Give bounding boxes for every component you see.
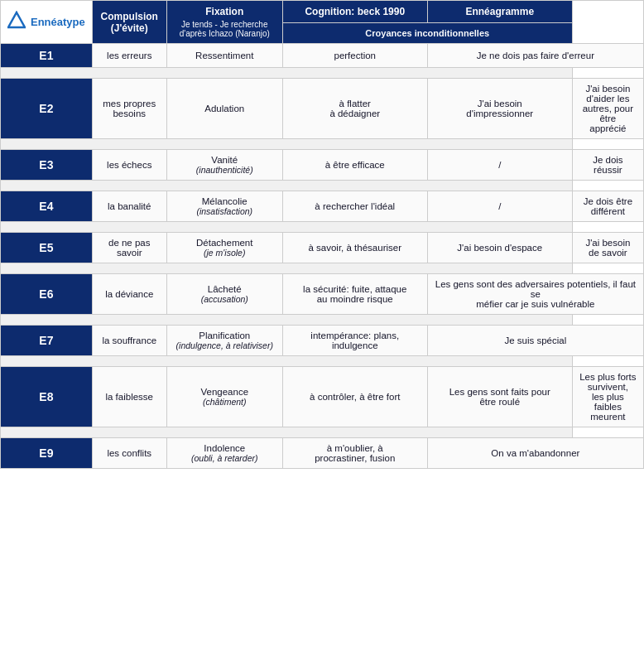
- logo-cell: Ennéatype: [1, 1, 93, 44]
- enneaype-number: E3: [1, 150, 93, 181]
- fixation-name: Mélancolie: [202, 196, 248, 206]
- compulsion-cell: la souffrance: [92, 326, 166, 356]
- fixation-cell: Indolence(oubli, à retarder): [166, 438, 282, 469]
- fixation-name: Vanité: [211, 155, 238, 165]
- compulsion-cell: les conflits: [92, 438, 166, 469]
- fixation-sub: (accusation): [201, 294, 248, 304]
- recherche-cell: à rechercher l'idéal: [282, 191, 427, 222]
- fixation-cell: Mélancolie(insatisfaction): [166, 191, 282, 222]
- table-row: E2mes propres besoinsAdulationà flatter …: [1, 79, 644, 139]
- table-row: E6la dévianceLâcheté(accusation)la sécur…: [1, 274, 644, 315]
- cognition-cell: /: [427, 191, 572, 222]
- fixation-name: Indolence: [204, 443, 245, 453]
- cognition-cell: Les gens sont faits pour être roulé: [427, 367, 572, 427]
- fixation-sub: (indulgence, à relativiser): [176, 340, 273, 350]
- recherche-cell: à être efficace: [282, 150, 427, 181]
- enneaype-number: E7: [1, 326, 93, 356]
- logo-icon: [7, 11, 26, 33]
- compulsion-cell: la banalité: [92, 191, 166, 222]
- enneaype-number: E8: [1, 367, 93, 427]
- croyance-cell: J'ai besoin de savoir: [572, 233, 643, 263]
- fixation-cell: Lâcheté(accusation): [166, 274, 282, 315]
- logo-text: Ennéatype: [31, 16, 85, 28]
- recherche-cell: à savoir, à thésauriser: [282, 233, 427, 263]
- cognition-cell: /: [427, 150, 572, 181]
- compulsion-cell: les échecs: [92, 150, 166, 181]
- cognition-cell: On va m'abandonner: [427, 438, 643, 469]
- col-croyances: Croyances inconditionnelles: [282, 23, 572, 44]
- table-row: E9les conflitsIndolence(oubli, à retarde…: [1, 438, 644, 469]
- fixation-title: Fixation: [174, 6, 276, 17]
- table-row: E1les erreursRessentimentperfectionJe ne…: [1, 44, 644, 68]
- col-compulsion: Compulsion (J'évite): [92, 1, 166, 44]
- recherche-cell: perfection: [282, 44, 427, 68]
- croyance-cell: Je dois réussir: [572, 150, 643, 181]
- croyance-cell: Les plus forts survivent, les plus faibl…: [572, 367, 643, 427]
- fixation-cell: Vengeance(châtiment): [166, 367, 282, 427]
- fixation-name: Adulation: [204, 104, 244, 113]
- recherche-cell: à contrôler, à être fort: [282, 367, 427, 427]
- compulsion-cell: de ne pas savoir: [92, 233, 166, 263]
- cognition-cell: Je suis spécial: [427, 326, 643, 356]
- fixation-subtitle: Je tends - Je recherche d'après Ichazo (…: [174, 20, 276, 38]
- fixation-name: Vengeance: [200, 387, 248, 397]
- enneaype-number: E9: [1, 438, 93, 469]
- fixation-sub: (oubli, à retarder): [191, 453, 258, 463]
- cognition-cell: Les gens sont des adversaires potentiels…: [427, 274, 643, 315]
- table-row: E3les échecsVanité(inauthenticité)à être…: [1, 150, 644, 181]
- col-cognition: Cognition: beck 1990: [282, 1, 427, 23]
- recherche-cell: à flatter à dédaigner: [282, 79, 427, 139]
- compulsion-cell: la faiblesse: [92, 367, 166, 427]
- compulsion-cell: la déviance: [92, 274, 166, 315]
- recherche-cell: la sécurité: fuite, attaque au moindre r…: [282, 274, 427, 315]
- fixation-cell: Ressentiment: [166, 44, 282, 68]
- fixation-cell: Planification(indulgence, à relativiser): [166, 326, 282, 356]
- fixation-sub: (je m'isole): [204, 248, 245, 258]
- fixation-cell: Détachement(je m'isole): [166, 233, 282, 263]
- fixation-name: Détachement: [196, 238, 252, 248]
- croyance-cell: J'ai besoin d'aider les autres, pour êtr…: [572, 79, 643, 139]
- table-row: E5de ne pas savoirDétachement(je m'isole…: [1, 233, 644, 263]
- fixation-name: Planification: [199, 331, 250, 340]
- table-row: E7la souffrancePlanification(indulgence,…: [1, 326, 644, 356]
- table-row: E4la banalitéMélancolie(insatisfaction)à…: [1, 191, 644, 222]
- recherche-cell: intempérance: plans, indulgence: [282, 326, 427, 356]
- enneaype-number: E4: [1, 191, 93, 222]
- fixation-cell: Vanité(inauthenticité): [166, 150, 282, 181]
- fixation-name: Lâcheté: [208, 284, 242, 294]
- fixation-sub: (insatisfaction): [196, 206, 252, 216]
- table-row: E8la faiblesseVengeance(châtiment)à cont…: [1, 367, 644, 427]
- enneaype-number: E2: [1, 79, 93, 139]
- fixation-sub: (inauthenticité): [196, 165, 253, 175]
- svg-marker-0: [8, 12, 25, 27]
- col-enneagramme: Ennéagramme: [427, 1, 572, 23]
- cognition-cell: J'ai besoin d'espace: [427, 233, 572, 263]
- compulsion-cell: les erreurs: [92, 44, 166, 68]
- fixation-cell: Adulation: [166, 79, 282, 139]
- enneaype-table: Ennéatype Compulsion (J'évite) Fixation …: [0, 0, 644, 469]
- croyance-cell: Je dois être différent: [572, 191, 643, 222]
- enneaype-number: E5: [1, 233, 93, 263]
- cognition-cell: Je ne dois pas faire d'erreur: [427, 44, 643, 68]
- enneaype-number: E6: [1, 274, 93, 315]
- col-fixation: Fixation Je tends - Je recherche d'après…: [166, 1, 282, 44]
- cognition-cell: J'ai besoin d'impressionner: [427, 79, 572, 139]
- fixation-name: Ressentiment: [195, 51, 253, 60]
- enneaype-number: E1: [1, 44, 93, 68]
- compulsion-cell: mes propres besoins: [92, 79, 166, 139]
- recherche-cell: à m'oublier, à procrastiner, fusion: [282, 438, 427, 469]
- fixation-sub: (châtiment): [203, 397, 247, 407]
